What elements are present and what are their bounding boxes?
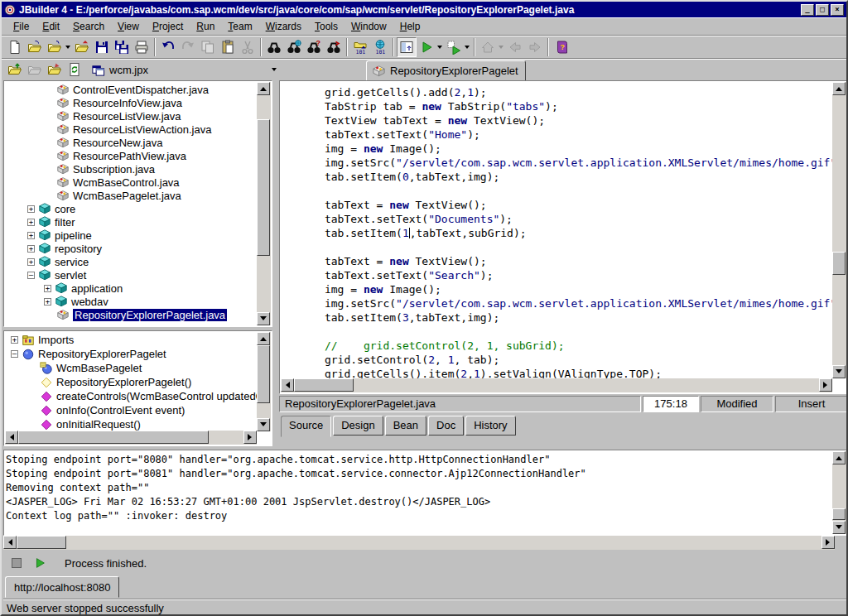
localhost-tab[interactable]: http://localhost:8080 bbox=[5, 576, 119, 598]
title-bar[interactable]: JBuilder 4 - E:/perforce/javabas/com.sap… bbox=[2, 2, 846, 17]
structure-item[interactable]: createControls(WcmBaseControl updatedCo bbox=[6, 389, 257, 403]
project-tree-item[interactable]: +repository bbox=[6, 242, 257, 255]
structure-item[interactable]: RepositoryExplorerPagelet() bbox=[6, 375, 257, 389]
project-tree-item[interactable]: ResourceInfoView.java bbox=[6, 96, 257, 109]
file-tab[interactable]: RepositoryExplorerPagelet bbox=[366, 60, 526, 81]
tab-source[interactable]: Source bbox=[281, 416, 331, 437]
project-tree-item[interactable]: +webdav bbox=[6, 295, 257, 308]
project-tree-item[interactable]: ResourceNew.java bbox=[6, 136, 257, 149]
project-tree-item[interactable]: ResourceListViewAction.java bbox=[6, 123, 257, 136]
scroll-thumb[interactable] bbox=[294, 378, 354, 392]
open-file-button[interactable] bbox=[45, 37, 65, 57]
close-button[interactable]: × bbox=[831, 4, 844, 16]
editor-vscrollbar[interactable] bbox=[832, 82, 846, 378]
project-properties-button[interactable] bbox=[45, 60, 65, 79]
structure-item[interactable]: –RepositoryExplorerPagelet bbox=[6, 347, 257, 361]
scroll-thumb[interactable] bbox=[257, 345, 270, 403]
tab-doc[interactable]: Doc bbox=[428, 416, 464, 436]
project-tree-item[interactable]: +application bbox=[6, 282, 257, 295]
run-dropdown-arrow[interactable] bbox=[437, 46, 442, 51]
scroll-left-button[interactable] bbox=[5, 431, 18, 444]
save-button[interactable] bbox=[92, 37, 112, 57]
menu-wizards[interactable]: Wizards bbox=[259, 18, 308, 35]
menu-file[interactable]: File bbox=[7, 18, 36, 35]
refresh-button[interactable] bbox=[65, 60, 84, 79]
project-tree-item[interactable]: +service bbox=[6, 255, 257, 268]
project-dropdown-arrow[interactable] bbox=[272, 68, 277, 74]
project-tree-item[interactable]: Subscription.java bbox=[6, 162, 257, 176]
scroll-right-button[interactable] bbox=[819, 378, 832, 392]
open-project-button[interactable] bbox=[25, 37, 45, 57]
menu-project[interactable]: Project bbox=[146, 18, 190, 35]
open-file-dropdown-arrow[interactable] bbox=[65, 46, 70, 51]
structure-vscrollbar[interactable] bbox=[257, 332, 271, 431]
project-tree-item[interactable]: ControlEventDispatcher.java bbox=[6, 83, 257, 96]
project-selector[interactable]: wcm.jpx bbox=[91, 63, 278, 77]
menu-team[interactable]: Team bbox=[221, 18, 258, 35]
project-tree-item[interactable]: WcmBasePagelet.java bbox=[6, 189, 257, 202]
close-project-button[interactable] bbox=[72, 37, 92, 57]
expand-icon[interactable]: + bbox=[44, 298, 51, 306]
expand-icon[interactable]: + bbox=[44, 285, 51, 292]
stop-icon[interactable] bbox=[12, 558, 22, 568]
structure-item[interactable]: onInitialRequest() bbox=[6, 417, 257, 431]
expand-icon[interactable]: + bbox=[27, 219, 35, 226]
project-tree-item[interactable]: +core bbox=[6, 202, 257, 215]
project-tree-item[interactable]: ResourceListView.java bbox=[6, 109, 257, 123]
menu-help[interactable]: Help bbox=[393, 18, 427, 35]
scroll-down-button[interactable] bbox=[832, 365, 846, 378]
scroll-down-button[interactable] bbox=[257, 312, 270, 325]
scroll-right-button[interactable] bbox=[243, 431, 257, 444]
home-dropdown-arrow[interactable] bbox=[499, 46, 504, 51]
collapse-icon[interactable]: – bbox=[11, 350, 18, 358]
collapse-icon[interactable]: – bbox=[27, 272, 35, 279]
vertical-splitter[interactable] bbox=[272, 80, 279, 446]
project-tree-item[interactable]: +filter bbox=[6, 215, 257, 229]
structure-item[interactable]: +Imports bbox=[6, 333, 257, 347]
project-add-button[interactable] bbox=[5, 60, 25, 79]
code-editor[interactable]: grid.getCells().add(2,1); TabStrip tab =… bbox=[279, 80, 848, 394]
replace-button[interactable] bbox=[284, 37, 304, 57]
editor-hscrollbar[interactable] bbox=[281, 378, 832, 392]
expand-icon[interactable]: + bbox=[27, 232, 35, 239]
rebuild-project-button[interactable]: 101 bbox=[370, 37, 390, 57]
scroll-thumb[interactable] bbox=[832, 252, 846, 275]
scroll-up-button[interactable] bbox=[832, 82, 846, 95]
find-button[interactable] bbox=[264, 37, 284, 57]
paste-button[interactable] bbox=[218, 37, 238, 57]
structure-item[interactable]: WcmBasePagelet bbox=[6, 361, 257, 375]
scroll-up-button[interactable] bbox=[257, 82, 270, 95]
tab-history[interactable]: History bbox=[465, 416, 515, 436]
project-tree-item[interactable]: +pipeline bbox=[6, 229, 257, 242]
scroll-left-button[interactable] bbox=[3, 536, 17, 549]
expand-icon[interactable]: + bbox=[27, 258, 35, 266]
scroll-down-button[interactable] bbox=[257, 418, 270, 431]
project-tree-item[interactable]: ResourcePathView.java bbox=[6, 149, 257, 162]
scroll-up-button[interactable] bbox=[832, 451, 846, 464]
scroll-thumb[interactable] bbox=[18, 431, 209, 444]
scroll-thumb[interactable] bbox=[17, 536, 66, 549]
search-again-button[interactable]: ? bbox=[304, 37, 324, 57]
scroll-up-button[interactable] bbox=[257, 332, 270, 345]
help-button[interactable]: ? bbox=[552, 37, 571, 57]
menu-window[interactable]: Window bbox=[344, 18, 393, 35]
project-tree-scrollbar[interactable] bbox=[257, 82, 271, 325]
structure-hscrollbar[interactable] bbox=[5, 431, 257, 445]
expand-icon[interactable]: + bbox=[27, 205, 35, 213]
new-file-button[interactable] bbox=[5, 37, 25, 57]
expand-icon[interactable]: + bbox=[27, 245, 35, 253]
structure-item[interactable]: onInfo(ControlEvent event) bbox=[6, 403, 257, 417]
tab-bean[interactable]: Bean bbox=[385, 416, 426, 436]
menu-view[interactable]: View bbox=[111, 18, 146, 35]
toggle-message-pane-button[interactable] bbox=[397, 37, 417, 57]
scroll-left-button[interactable] bbox=[281, 378, 294, 392]
project-tree-item[interactable]: RepositoryExplorerPagelet.java bbox=[6, 308, 257, 321]
scroll-right-button[interactable] bbox=[822, 536, 835, 549]
find-in-path-button[interactable] bbox=[324, 37, 344, 57]
scroll-thumb[interactable] bbox=[257, 119, 270, 256]
debug-dropdown-arrow[interactable] bbox=[465, 46, 470, 51]
menu-tools[interactable]: Tools bbox=[308, 18, 344, 35]
undo-button[interactable] bbox=[158, 37, 178, 57]
print-button[interactable] bbox=[132, 37, 152, 57]
expand-icon[interactable]: + bbox=[11, 336, 18, 344]
